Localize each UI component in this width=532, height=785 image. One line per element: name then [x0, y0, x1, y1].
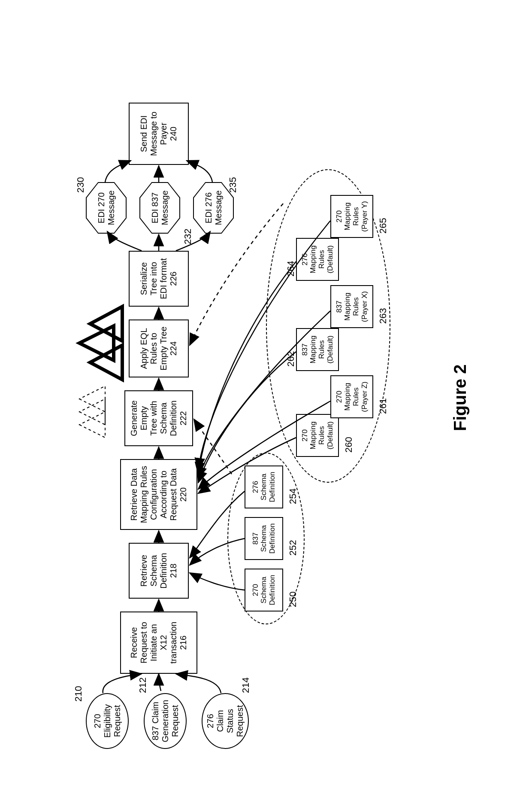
- step-retrieve-mapping: Retrieve DataMapping RulesConfigurationA…: [120, 459, 197, 530]
- ref-254: 254: [287, 488, 299, 504]
- ref-210: 210: [73, 686, 84, 702]
- rule-276-default: 276MappingRules(Default): [296, 238, 339, 281]
- svg-marker-11: [90, 307, 122, 341]
- step-generate-tree: GenerateEmptyTree withSchemaDefinition22…: [124, 390, 193, 446]
- diagram-canvas: 270EligibilityRequest 210 837 ClaimGener…: [30, 27, 502, 758]
- ref-262: 262: [285, 351, 296, 367]
- step-send: Send EDIMessage toPayer240: [129, 103, 189, 165]
- figure-label: Figure 2: [450, 364, 470, 431]
- schema-837: 837SchemaDefinition: [245, 517, 283, 560]
- rule-270-payerz: 270MappingRules(Payer Z): [330, 375, 373, 418]
- edi-270-message: EDI 270Message: [86, 182, 127, 234]
- ref-232: 232: [182, 228, 193, 244]
- input-276-claim-status: 276ClaimStatusRequest: [202, 693, 249, 749]
- rule-837-default: 837MappingRules(Default): [296, 328, 339, 371]
- rule-270-payery: 270MappingRules(Payer Y): [330, 195, 373, 238]
- ref-230: 230: [75, 177, 86, 193]
- rule-270-default: 270MappingRules(Default): [296, 414, 339, 457]
- rule-837-payerx: 837MappingRules(Payer X): [330, 285, 373, 328]
- ref-265: 265: [378, 218, 389, 234]
- ref-250: 250: [287, 591, 299, 607]
- step-retrieve-schema: RetrieveSchemaDefinition218: [129, 543, 189, 599]
- svg-marker-7: [79, 412, 105, 438]
- input-837-claim-gen: 837 ClaimGenerationRequest: [144, 693, 187, 749]
- svg-marker-10: [79, 326, 114, 360]
- step-receive: ReceiveRequest toInitiate anX12transacti…: [120, 612, 197, 674]
- step-serialize: SerializeTree intoEDI format226: [129, 251, 189, 307]
- ref-260: 260: [343, 437, 354, 453]
- ref-212: 212: [137, 677, 148, 693]
- connectors-overlay: [30, 27, 502, 758]
- svg-marker-9: [79, 386, 105, 412]
- ref-261: 261: [378, 398, 389, 414]
- svg-marker-8: [79, 399, 105, 425]
- ref-235: 235: [227, 177, 239, 193]
- edi-837-message: EDI 837Message: [139, 182, 180, 234]
- schema-276: 276SchemaDefinition: [245, 466, 283, 508]
- ref-264: 264: [285, 261, 296, 277]
- ref-252: 252: [287, 540, 299, 556]
- svg-marker-12: [90, 345, 122, 380]
- step-apply-eql: Apply EQLRules toEmpty Tree224: [129, 319, 189, 377]
- input-270-eligibility: 270EligibilityRequest: [86, 693, 129, 749]
- schema-270: 270SchemaDefinition: [245, 569, 283, 612]
- ref-214: 214: [240, 677, 251, 693]
- ref-263: 263: [378, 308, 389, 324]
